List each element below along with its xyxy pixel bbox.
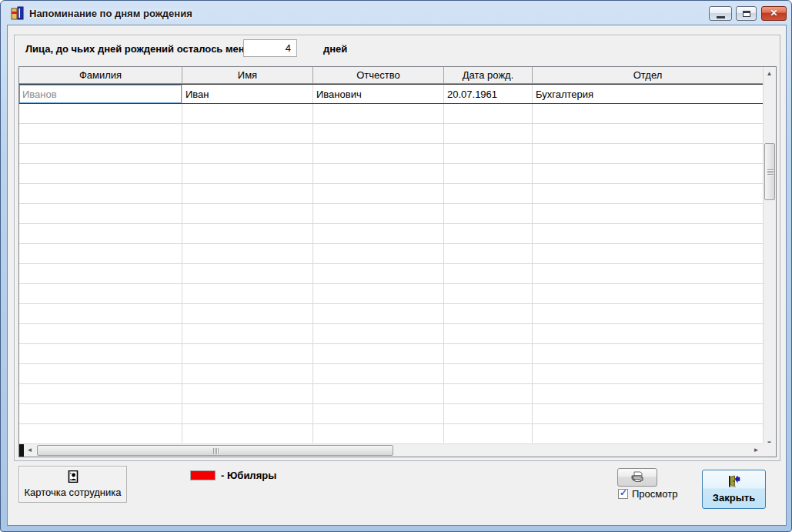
- table-row[interactable]: Иванов Иван Иванович 20.07.1961 Бухгалте…: [19, 84, 763, 104]
- table-cell-empty[interactable]: [182, 224, 313, 243]
- table-row-empty[interactable]: [19, 164, 763, 184]
- table-cell-empty[interactable]: [182, 104, 313, 123]
- table-cell-empty[interactable]: [313, 124, 444, 143]
- table-cell-empty[interactable]: [19, 404, 182, 423]
- table-cell-empty[interactable]: [444, 164, 533, 183]
- table-cell-empty[interactable]: [533, 184, 763, 203]
- table-cell-empty[interactable]: [182, 144, 313, 163]
- table-cell-empty[interactable]: [313, 384, 444, 403]
- table-cell-empty[interactable]: [182, 384, 313, 403]
- table-row-empty[interactable]: [19, 344, 763, 364]
- table-cell-empty[interactable]: [444, 284, 533, 303]
- table-cell-empty[interactable]: [19, 384, 182, 403]
- table-cell-empty[interactable]: [313, 364, 444, 383]
- table-cell-empty[interactable]: [533, 384, 763, 403]
- column-header-birthdate[interactable]: Дата рожд.: [444, 67, 533, 83]
- table-cell-empty[interactable]: [313, 244, 444, 263]
- scroll-right-icon[interactable]: ►: [750, 444, 762, 456]
- table-cell-empty[interactable]: [533, 304, 763, 323]
- table-row-empty[interactable]: [19, 404, 763, 424]
- table-cell-empty[interactable]: [444, 104, 533, 123]
- preview-checkbox[interactable]: ✓: [618, 489, 628, 499]
- table-cell-empty[interactable]: [533, 224, 763, 243]
- table-cell-empty[interactable]: [313, 344, 444, 363]
- table-cell-empty[interactable]: [19, 184, 182, 203]
- cell-department[interactable]: Бухгалтерия: [533, 85, 763, 103]
- table-row-empty[interactable]: [19, 284, 763, 304]
- cell-lastname[interactable]: Иванов: [19, 85, 182, 103]
- table-cell-empty[interactable]: [313, 184, 444, 203]
- table-cell-empty[interactable]: [182, 304, 313, 323]
- table-cell-empty[interactable]: [533, 424, 763, 443]
- column-header-firstname[interactable]: Имя: [182, 67, 313, 83]
- table-cell-empty[interactable]: [182, 284, 313, 303]
- table-cell-empty[interactable]: [444, 224, 533, 243]
- table-cell-empty[interactable]: [444, 144, 533, 163]
- table-cell-empty[interactable]: [533, 284, 763, 303]
- vertical-scrollbar-thumb[interactable]: [764, 143, 775, 200]
- table-cell-empty[interactable]: [444, 344, 533, 363]
- table-cell-empty[interactable]: [182, 424, 313, 443]
- table-cell-empty[interactable]: [533, 244, 763, 263]
- table-cell-empty[interactable]: [313, 404, 444, 423]
- table-cell-empty[interactable]: [313, 204, 444, 223]
- cell-birthdate[interactable]: 20.07.1961: [444, 85, 533, 103]
- table-cell-empty[interactable]: [19, 224, 182, 243]
- table-cell-empty[interactable]: [19, 304, 182, 323]
- column-header-department[interactable]: Отдел: [533, 67, 763, 83]
- table-cell-empty[interactable]: [313, 144, 444, 163]
- title-bar[interactable]: Напоминание по дням рождения ✕: [1, 1, 791, 25]
- cell-firstname[interactable]: Иван: [182, 85, 313, 103]
- close-window-button[interactable]: ✕: [761, 6, 787, 21]
- table-cell-empty[interactable]: [533, 104, 763, 123]
- table-cell-empty[interactable]: [444, 304, 533, 323]
- vertical-scrollbar[interactable]: ▲ ▼: [763, 67, 776, 450]
- scroll-left-icon[interactable]: ◄: [24, 444, 35, 456]
- table-cell-empty[interactable]: [182, 344, 313, 363]
- table-cell-empty[interactable]: [533, 204, 763, 223]
- table-cell-empty[interactable]: [444, 184, 533, 203]
- table-cell-empty[interactable]: [19, 204, 182, 223]
- table-cell-empty[interactable]: [182, 204, 313, 223]
- table-cell-empty[interactable]: [19, 284, 182, 303]
- table-cell-empty[interactable]: [444, 204, 533, 223]
- table-cell-empty[interactable]: [444, 364, 533, 383]
- table-cell-empty[interactable]: [19, 264, 182, 283]
- table-cell-empty[interactable]: [313, 264, 444, 283]
- table-row-empty[interactable]: [19, 384, 763, 404]
- table-cell-empty[interactable]: [444, 424, 533, 443]
- table-cell-empty[interactable]: [182, 184, 313, 203]
- table-cell-empty[interactable]: [19, 124, 182, 143]
- horizontal-scrollbar[interactable]: ◄ ►: [19, 443, 763, 457]
- table-cell-empty[interactable]: [182, 164, 313, 183]
- table-cell-empty[interactable]: [19, 244, 182, 263]
- table-row-empty[interactable]: [19, 324, 763, 344]
- close-dialog-button[interactable]: Закрыть: [702, 470, 766, 509]
- table-cell-empty[interactable]: [533, 144, 763, 163]
- table-cell-empty[interactable]: [19, 344, 182, 363]
- table-row-empty[interactable]: [19, 224, 763, 244]
- table-cell-empty[interactable]: [19, 364, 182, 383]
- table-cell-empty[interactable]: [19, 144, 182, 163]
- minimize-button[interactable]: [709, 6, 732, 21]
- table-row-empty[interactable]: [19, 264, 763, 284]
- scroll-up-icon[interactable]: ▲: [764, 68, 775, 79]
- table-row-empty[interactable]: [19, 204, 763, 224]
- table-cell-empty[interactable]: [182, 324, 313, 343]
- table-cell-empty[interactable]: [444, 384, 533, 403]
- table-cell-empty[interactable]: [313, 104, 444, 123]
- table-row-empty[interactable]: [19, 184, 763, 204]
- days-input[interactable]: [243, 39, 297, 57]
- table-cell-empty[interactable]: [444, 124, 533, 143]
- table-cell-empty[interactable]: [533, 404, 763, 423]
- table-cell-empty[interactable]: [182, 244, 313, 263]
- column-header-lastname[interactable]: Фамилия: [19, 67, 182, 83]
- table-cell-empty[interactable]: [533, 364, 763, 383]
- table-cell-empty[interactable]: [444, 244, 533, 263]
- table-cell-empty[interactable]: [533, 344, 763, 363]
- horizontal-scrollbar-thumb[interactable]: [37, 445, 393, 456]
- table-cell-empty[interactable]: [313, 304, 444, 323]
- table-cell-empty[interactable]: [19, 164, 182, 183]
- table-cell-empty[interactable]: [313, 424, 444, 443]
- table-cell-empty[interactable]: [182, 264, 313, 283]
